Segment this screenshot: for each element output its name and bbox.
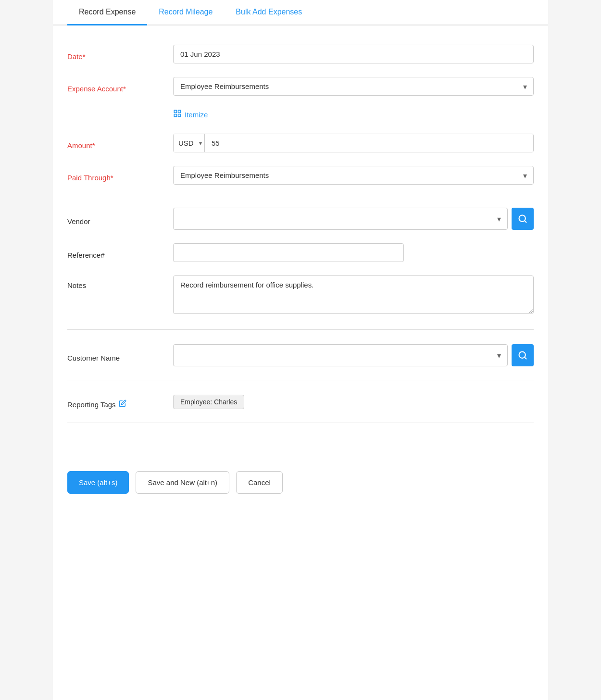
reporting-tag-badge: Employee: Charles [173,395,244,409]
date-label: Date* [67,48,173,61]
search-icon [518,214,527,224]
svg-rect-0 [174,110,176,112]
notes-textarea[interactable]: Record reimbursement for office supplies… [173,275,534,314]
paid-through-wrapper: Employee Reimbursements ▾ [173,166,534,185]
tabs-bar: Record Expense Record Mileage Bulk Add E… [53,0,548,25]
currency-select-wrapper: USD ▾ [174,134,205,152]
reporting-tags-label-container: Reporting Tags [67,395,173,409]
itemize-label: Itemize [185,111,208,119]
vendor-row: Vendor ▾ [67,208,534,230]
save-button[interactable]: Save (alt+s) [67,471,129,494]
cancel-button[interactable]: Cancel [236,471,283,494]
svg-rect-1 [178,110,181,112]
paid-through-label: Paid Through* [67,169,173,182]
svg-line-7 [525,357,526,359]
notes-row: Notes Record reimbursement for office su… [67,275,534,316]
divider-1 [67,329,534,330]
date-input[interactable] [173,45,534,63]
divider-3 [67,423,534,423]
amount-row: Amount* USD ▾ [67,134,534,152]
svg-line-5 [525,221,526,223]
paid-through-select[interactable]: Employee Reimbursements [173,166,534,185]
amount-input[interactable] [205,134,533,152]
reporting-tags-field: Employee: Charles [173,395,534,409]
divider-2 [67,380,534,380]
amount-field: USD ▾ [173,134,534,152]
edit-pencil-icon[interactable] [119,400,126,409]
reference-row: Reference# [67,243,534,262]
expense-account-field: Employee Reimbursements ▾ [173,77,534,96]
tab-record-expense[interactable]: Record Expense [67,0,147,25]
date-row: Date* [67,45,534,63]
tab-bulk-add-expenses[interactable]: Bulk Add Expenses [224,0,313,25]
notes-label: Notes [67,275,173,289]
date-field [173,45,534,63]
tab-record-mileage[interactable]: Record Mileage [147,0,224,25]
vendor-label: Vendor [67,212,173,225]
customer-search-icon [518,350,527,360]
paid-through-field: Employee Reimbursements ▾ [173,166,534,185]
vendor-search-button[interactable] [512,208,534,230]
footer-buttons: Save (alt+s) Save and New (alt+n) Cancel [53,457,548,494]
customer-name-label: Customer Name [67,349,173,362]
paid-through-row: Paid Through* Employee Reimbursements ▾ [67,166,534,185]
save-and-new-button[interactable]: Save and New (alt+n) [136,471,229,494]
customer-name-field-with-search: ▾ [173,344,534,366]
expense-account-label: Expense Account* [67,80,173,93]
currency-select[interactable]: USD [174,134,205,152]
customer-name-select[interactable] [173,344,508,366]
itemize-link[interactable]: Itemize [173,109,534,120]
reference-input[interactable] [173,243,404,262]
form-body: Date* Expense Account* Employee Reimburs… [53,25,548,452]
amount-wrapper: USD ▾ [173,134,534,152]
expense-account-select[interactable]: Employee Reimbursements [173,77,534,96]
vendor-select[interactable] [173,208,508,230]
vendor-field: ▾ [173,208,534,230]
customer-name-search-button[interactable] [512,344,534,366]
reporting-tags-row: Reporting Tags Employee: Charles [67,395,534,409]
customer-name-row: Customer Name ▾ [67,344,534,366]
notes-field: Record reimbursement for office supplies… [173,275,534,316]
itemize-icon [173,109,182,120]
svg-rect-2 [174,114,176,117]
expense-account-row: Expense Account* Employee Reimbursements… [67,77,534,96]
reference-field [173,243,404,262]
amount-label: Amount* [67,137,173,150]
vendor-select-wrapper: ▾ [173,208,508,230]
reporting-tags-label: Reporting Tags [67,400,116,409]
vendor-field-with-search: ▾ [173,208,534,230]
svg-rect-3 [178,114,181,117]
reference-label: Reference# [67,246,173,259]
expense-account-wrapper: Employee Reimbursements ▾ [173,77,534,96]
customer-name-field: ▾ [173,344,534,366]
customer-name-select-wrapper: ▾ [173,344,508,366]
